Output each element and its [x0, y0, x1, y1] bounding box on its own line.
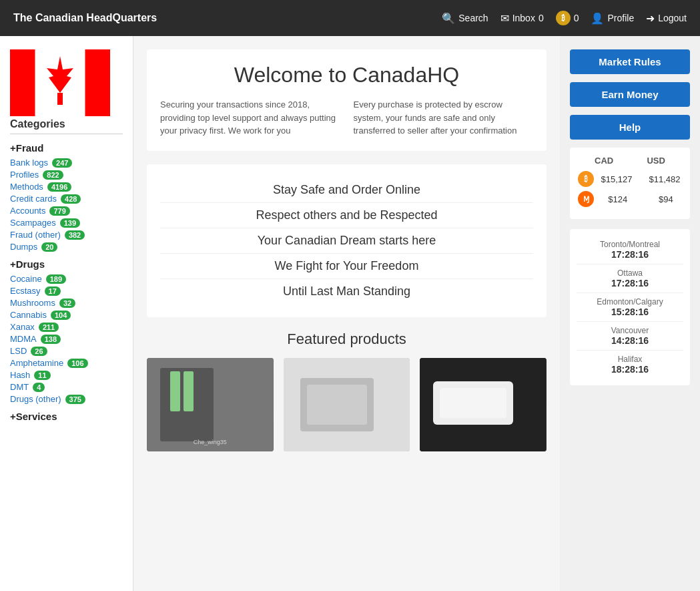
coin-count: 0	[574, 13, 579, 23]
xmr-usd: $94	[659, 194, 673, 204]
svg-text:Che_wing35: Che_wing35	[194, 438, 227, 445]
inbox-count: 0	[539, 13, 544, 23]
xmr-cad: $124	[608, 194, 627, 204]
earn-money-button[interactable]: Earn Money	[570, 82, 690, 107]
time-zones: Toronto/Montreal17:28:16Ottawa17:28:16Ed…	[570, 229, 690, 385]
sidebar-item-drugs-(other)[interactable]: Drugs (other)375	[10, 394, 123, 404]
svg-rect-12	[307, 385, 367, 425]
site-title: The Canadian HeadQuarters	[13, 12, 428, 24]
featured-products: Che_wing35	[147, 358, 547, 451]
help-button[interactable]: Help	[570, 115, 690, 140]
tz-name: Ottawa	[577, 268, 683, 278]
featured-title: Featured products	[147, 331, 547, 348]
services-group-title: +Services	[10, 411, 123, 422]
sidebar-item-scampages[interactable]: Scampages139	[10, 218, 123, 228]
sidebar-item-dumps[interactable]: Dumps20	[10, 242, 123, 252]
mottos-list: Stay Safe and Order OnlineRespect others…	[160, 178, 533, 304]
search-icon: 🔍	[442, 12, 455, 25]
coin-nav-item[interactable]: ₿ 0	[556, 11, 579, 25]
sidebar-item-mdma[interactable]: MDMA138	[10, 334, 123, 344]
drugs-group-title: +Drugs	[10, 258, 123, 270]
sidebar-item-xanax[interactable]: Xanax211	[10, 322, 123, 332]
sidebar-item-amphetamine[interactable]: Amphetamine106	[10, 358, 123, 368]
btc-icon: ₿	[578, 171, 594, 187]
logout-nav-item[interactable]: ➜ Logout	[646, 12, 687, 25]
motto-line: Your Canadian Dream starts here	[160, 228, 533, 254]
btc-usd: $11,482	[649, 174, 681, 184]
search-label: Search	[458, 13, 488, 23]
xmr-values: $124 $94	[599, 194, 682, 204]
welcome-text-block: Welcome to CanadaHQ Securing your transa…	[160, 63, 533, 138]
welcome-col-1: Securing your transactions since 2018, p…	[160, 98, 340, 138]
sidebar-item-methods[interactable]: Methods4196	[10, 182, 123, 192]
motto-line: We Fight for Your Freedom	[160, 254, 533, 279]
motto-line: Stay Safe and Order Online	[160, 178, 533, 203]
welcome-cols: Securing your transactions since 2018, p…	[160, 98, 533, 138]
tz-time: 15:28:16	[577, 307, 683, 317]
sidebar-item-profiles[interactable]: Profiles822	[10, 170, 123, 180]
tz-item-edmonton-calgary: Edmonton/Calgary15:28:16	[577, 293, 683, 322]
sidebar-item-cannabis[interactable]: Cannabis104	[10, 310, 123, 320]
svg-rect-2	[85, 49, 111, 116]
cad-header: CAD	[595, 156, 613, 166]
inbox-nav-item[interactable]: ✉ Inbox 0	[500, 12, 544, 25]
sidebar-item-bank-logs[interactable]: Bank logs247	[10, 158, 123, 168]
right-sidebar: Market Rules Earn Money Help CAD USD ₿ $…	[560, 36, 700, 591]
tz-name: Vancouver	[577, 326, 683, 335]
sidebar: Categories +Fraud Bank logs247Profiles82…	[0, 36, 133, 591]
tz-name: Toronto/Montreal	[577, 240, 683, 249]
sidebar-item-credit-cards[interactable]: Credit cards428	[10, 194, 123, 204]
tz-item-ottawa: Ottawa17:28:16	[577, 264, 683, 293]
svg-rect-7	[170, 371, 180, 411]
sidebar-item-lsd[interactable]: LSD26	[10, 346, 123, 356]
inbox-icon: ✉	[500, 12, 509, 25]
product-thumb-3[interactable]	[420, 358, 547, 451]
featured-section: Featured products Che_wing35	[147, 331, 547, 451]
welcome-col-2: Every purchase is protected by escrow sy…	[354, 98, 534, 138]
page-wrapper: Categories +Fraud Bank logs247Profiles82…	[0, 36, 700, 591]
sidebar-item-hash[interactable]: Hash11	[10, 370, 123, 380]
market-rules-button[interactable]: Market Rules	[570, 49, 690, 74]
motto-line: Until Last Man Standing	[160, 279, 533, 304]
mottos-section: Stay Safe and Order OnlineRespect others…	[147, 164, 547, 317]
sidebar-item-fraud-(other)[interactable]: Fraud (other)382	[10, 230, 123, 240]
inbox-label: Inbox	[512, 13, 535, 23]
categories-title: Categories	[10, 118, 123, 134]
tz-time: 17:28:16	[577, 278, 683, 288]
drugs-list: Cocaine189Ecstasy17Mushrooms32Cannabis10…	[10, 274, 123, 404]
product-thumb-2[interactable]	[284, 358, 410, 451]
tz-name: Edmonton/Calgary	[577, 297, 683, 307]
fraud-list: Bank logs247Profiles822Methods4196Credit…	[10, 158, 123, 252]
header: The Canadian HeadQuarters 🔍 Search ✉ Inb…	[0, 0, 700, 36]
crypto-rates-header: CAD USD	[578, 156, 682, 166]
tz-time: 17:28:16	[577, 249, 683, 260]
motto-line: Respect others and be Respected	[160, 203, 533, 228]
xmr-icon: Ɱ	[578, 191, 594, 207]
profile-label: Profile	[607, 13, 634, 23]
search-nav-item[interactable]: 🔍 Search	[442, 12, 488, 25]
sidebar-item-dmt[interactable]: DMT4	[10, 382, 123, 392]
btc-rate-row: ₿ $15,127 $11,482	[578, 171, 682, 187]
svg-rect-1	[10, 49, 35, 116]
btc-values: $15,127 $11,482	[599, 174, 682, 184]
svg-rect-8	[184, 371, 194, 411]
sidebar-item-mushrooms[interactable]: Mushrooms32	[10, 298, 123, 308]
sidebar-item-accounts[interactable]: Accounts779	[10, 206, 123, 216]
sidebar-item-ecstasy[interactable]: Ecstasy17	[10, 286, 123, 296]
product-thumb-1[interactable]: Che_wing35	[147, 358, 274, 451]
usd-header: USD	[647, 156, 665, 166]
main-content: Welcome to CanadaHQ Securing your transa…	[133, 36, 560, 591]
tz-time: 14:28:16	[577, 335, 683, 346]
crypto-rates: CAD USD ₿ $15,127 $11,482 Ɱ $124 $94	[570, 148, 690, 219]
header-nav: 🔍 Search ✉ Inbox 0 ₿ 0 👤 Profile ➜ Logou…	[442, 11, 687, 25]
xmr-rate-row: Ɱ $124 $94	[578, 191, 682, 207]
sidebar-item-cocaine[interactable]: Cocaine189	[10, 274, 123, 284]
profile-nav-item[interactable]: 👤 Profile	[591, 12, 634, 25]
coin-icon: ₿	[556, 11, 571, 25]
welcome-section: Welcome to CanadaHQ Securing your transa…	[147, 49, 547, 151]
fraud-group-title: +Fraud	[10, 142, 123, 154]
logout-label: Logout	[658, 13, 687, 23]
tz-name: Halifax	[577, 355, 683, 364]
tz-item-vancouver: Vancouver14:28:16	[577, 322, 683, 351]
svg-rect-15	[440, 388, 506, 418]
